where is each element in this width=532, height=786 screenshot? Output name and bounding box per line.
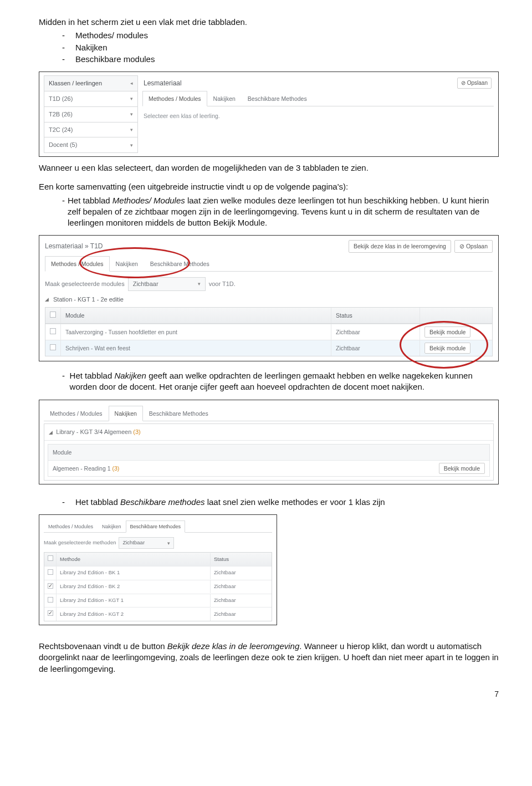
module-status: Zichtbaar xyxy=(331,324,420,340)
checkbox-all[interactable] xyxy=(50,312,56,318)
view-module-button[interactable]: Bekijk module xyxy=(424,343,470,354)
sidebar-item[interactable]: T1D (26)▾ xyxy=(44,91,138,107)
tabs: Methodes / Modules Nakijken Beschikbare … xyxy=(45,256,493,272)
section-title: Lesmateriaal xyxy=(142,75,494,89)
tab-methodes[interactable]: Methodes / Modules xyxy=(45,256,110,272)
sidebar-item[interactable]: T2B (26)▾ xyxy=(44,107,138,123)
list-item: Nakijken xyxy=(75,42,108,53)
main-panel: Lesmateriaal ⊘ Opslaan Methodes / Module… xyxy=(138,75,494,153)
list-item: Beschikbare modules xyxy=(75,54,155,65)
checkbox[interactable] xyxy=(50,328,56,334)
screenshot-beschikbare-methodes: Methodes / Modules Nakijken Beschikbare … xyxy=(39,514,277,625)
tab-name-list: -Methodes/ modules -Nakijken -Beschikbar… xyxy=(39,30,499,65)
tab-nakijken[interactable]: Nakijken xyxy=(110,256,144,271)
checkbox[interactable] xyxy=(48,597,53,603)
save-button[interactable]: ⊘ Opslaan xyxy=(457,78,492,89)
tab-nakijken[interactable]: Nakijken xyxy=(207,91,242,106)
group-header[interactable]: ◢ Library - KGT 3/4 Algemeen (3) xyxy=(44,424,493,441)
screenshot-classes-tabs: Klassen / leerlingen ◂ T1D (26)▾ T2B (26… xyxy=(39,72,499,157)
table-row: Library 2nd Edition - BK 2Zichtbaar xyxy=(44,580,272,594)
list-item: Het tabblad Methodes/ Modules laat zien … xyxy=(68,195,499,229)
view-class-button[interactable]: Bekijk deze klas in de leeromgeving xyxy=(349,240,451,252)
chevron-down-icon: ▾ xyxy=(130,126,133,133)
methods-grid: Methode Status Library 2nd Edition - BK … xyxy=(44,552,272,621)
save-button[interactable]: ⊘ Opslaan xyxy=(454,240,493,252)
bulk-action-row: Maak geselecteerde methoden Zichtbaar▾ xyxy=(44,537,272,549)
col-module: Module xyxy=(61,308,331,323)
sidebar-item[interactable]: T2C (24)▾ xyxy=(44,123,138,138)
table-row: Taalverzorging - Tussen hoofdletter en p… xyxy=(45,324,492,340)
tabs: Methodes / Modules Nakijken Beschikbare … xyxy=(44,520,272,533)
table-row: Algemeen - Reading 1 (3) Bekijk module xyxy=(48,461,489,476)
sidebar: Klassen / leerlingen ◂ T1D (26)▾ T2B (26… xyxy=(44,75,138,153)
chevron-down-icon: ▾ xyxy=(130,95,133,102)
module-name: Taalverzorging - Tussen hoofdletter en p… xyxy=(61,324,331,340)
empty-hint: Selecteer een klas of leerling. xyxy=(142,106,494,132)
tab-beschikbare[interactable]: Beschikbare Methodes xyxy=(126,520,186,533)
sidebar-item[interactable]: Docent (5)▾ xyxy=(44,137,138,153)
chevron-down-icon: ▾ xyxy=(130,142,133,149)
checkbox[interactable] xyxy=(48,569,53,575)
pending-count: (3) xyxy=(112,465,119,472)
screenshot-methodes-modules: Lesmateriaal » T1D Bekijk deze klas in d… xyxy=(39,235,499,361)
breadcrumb: Lesmateriaal » T1D Bekijk deze klas in d… xyxy=(45,240,493,252)
table-row: Schrijven - Wat een feest Zichtbaar Beki… xyxy=(45,340,492,356)
tab-beschikbare[interactable]: Beschikbare Methodes xyxy=(242,91,313,106)
chevron-left-icon: ◂ xyxy=(130,80,133,86)
tab-nakijken[interactable]: Nakijken xyxy=(109,406,143,421)
col-status: Status xyxy=(211,553,272,566)
module-status: Zichtbaar xyxy=(331,340,420,356)
module-name: Schrijven - Wat een feest xyxy=(61,340,331,356)
col-module: Module xyxy=(48,445,417,460)
tab-beschikbare[interactable]: Beschikbare Methodes xyxy=(143,406,214,421)
module-grid: Module Status Taalverzorging - Tussen ho… xyxy=(45,307,493,357)
sidebar-header-label: Klassen / leerlingen xyxy=(49,79,102,88)
table-row: Library 2nd Edition - BK 1Zichtbaar xyxy=(44,566,272,580)
tabs: Methodes / Modules Nakijken Beschikbare … xyxy=(44,406,494,421)
tab-methodes[interactable]: Methodes / Modules xyxy=(44,406,109,421)
visibility-select[interactable]: Zichtbaar▾ xyxy=(119,537,174,549)
col-methode: Methode xyxy=(57,553,211,566)
group-header[interactable]: ◢ Station - KGT 1 - 2e editie xyxy=(45,295,493,304)
col-status: Status xyxy=(331,308,420,323)
view-module-button[interactable]: Bekijk module xyxy=(424,326,470,338)
screenshot-nakijken: Methodes / Modules Nakijken Beschikbare … xyxy=(39,400,499,484)
view-module-button[interactable]: Bekijk module xyxy=(439,463,485,474)
tab-methodes[interactable]: Methodes / Modules xyxy=(44,520,98,532)
intro-line: Midden in het scherm ziet u een vlak met… xyxy=(39,17,499,28)
pending-count: (3) xyxy=(133,428,140,435)
collapse-icon: ◢ xyxy=(45,296,49,303)
module-name: Algemeen - Reading 1 xyxy=(53,465,110,472)
nakijken-panel: ◢ Library - KGT 3/4 Algemeen (3) Module … xyxy=(44,423,494,481)
tab-beschikbare[interactable]: Beschikbare Methodes xyxy=(144,256,216,271)
table-row: Library 2nd Edition - KGT 1Zichtbaar xyxy=(44,594,272,608)
visibility-select[interactable]: Zichtbaar▾ xyxy=(128,277,206,291)
page-number: 7 xyxy=(39,689,499,700)
paragraph: Wanneer u een klas selecteert, dan worde… xyxy=(39,162,499,173)
bulk-action-row: Maak geselecteerde modules Zichtbaar▾ vo… xyxy=(45,277,493,291)
tab-nakijken[interactable]: Nakijken xyxy=(98,520,126,532)
checkbox[interactable] xyxy=(48,610,53,616)
list-item: Het tabblad Nakijken geeft aan welke opd… xyxy=(70,370,499,393)
list-item: Methodes/ modules xyxy=(75,30,148,41)
checkbox[interactable] xyxy=(48,583,53,589)
list-item: Het tabblad Beschikbare methodes laat sn… xyxy=(75,497,385,508)
tab-methodes[interactable]: Methodes / Modules xyxy=(142,91,207,106)
paragraph: Rechtsbovenaan vindt u de button Bekijk … xyxy=(39,641,499,675)
collapse-icon: ◢ xyxy=(49,430,53,435)
sidebar-header[interactable]: Klassen / leerlingen ◂ xyxy=(44,75,138,91)
chevron-down-icon: ▾ xyxy=(130,111,133,118)
checkbox[interactable] xyxy=(50,344,56,350)
table-row: Library 2nd Edition - KGT 2Zichtbaar xyxy=(44,607,272,621)
checkbox-all[interactable] xyxy=(48,555,53,561)
paragraph: Een korte samenvatting (een uitgebreide … xyxy=(39,181,499,192)
tabs: Methodes / Modules Nakijken Beschikbare … xyxy=(142,91,494,106)
